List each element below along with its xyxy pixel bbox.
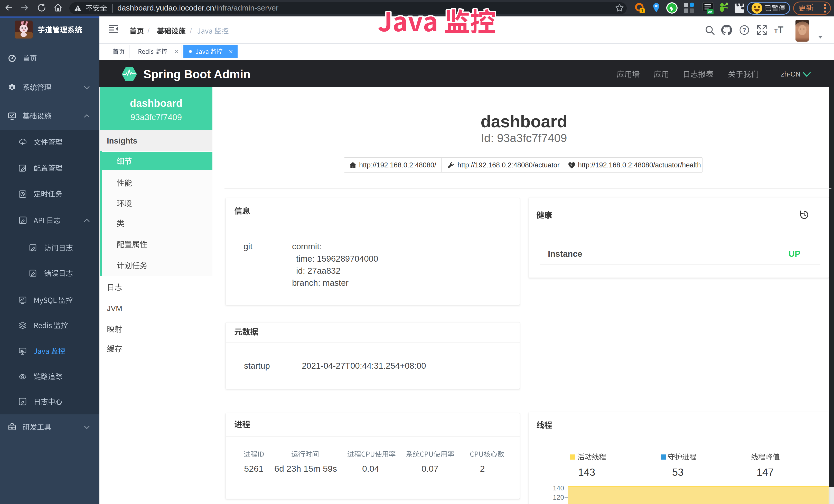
- svg-text:on: on: [708, 10, 712, 14]
- svg-text:1: 1: [641, 9, 643, 13]
- svg-text:?: ?: [743, 27, 746, 33]
